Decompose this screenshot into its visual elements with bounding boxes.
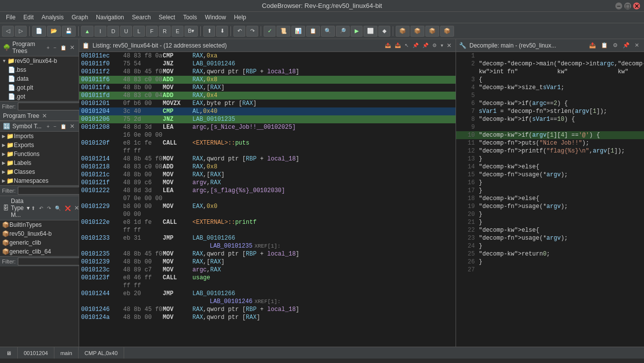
program-tree-data[interactable]: 📄 .data [6,74,79,83]
tb-script[interactable]: 📜 [276,26,290,37]
listing-content[interactable]: 001011ec48 83 f8 0aCMPRAX,0xa001011f075 … [79,52,456,347]
listing-line-25[interactable]: 0010123548 8b 45 f0MOVRAX,qword ptr [RBP… [79,250,456,258]
listing-line-1[interactable]: 001011f075 54JNZLAB_00101246 [79,60,456,68]
program-tree-got-plt[interactable]: 📄 .got.plt [6,83,79,92]
listing-line-15[interactable]: 0010121c48 8b 00MOVRAX,[RAX] [79,171,456,179]
tb-debug[interactable]: ⬜ [364,26,377,37]
decompile-line-25[interactable]: 26} [456,258,644,266]
tb-deref[interactable]: D [107,26,119,37]
listing-line-27[interactable]: 0010123c48 89 c7MOVargc,RAX [79,266,456,274]
dtype-builtin[interactable]: 📦 BuiltInTypes [0,220,79,229]
listing-line-29[interactable]: 00000000ff ff [79,282,456,290]
listing-line-0[interactable]: 001011ec48 83 f8 0aCMPRAX,0xa [79,52,456,60]
listing-import[interactable]: 📥 [393,42,402,49]
listing-line-18[interactable]: 0000000007 0e 00 00 [79,195,456,203]
tb-search2[interactable]: 🔍 [321,26,335,37]
decompile-line-24[interactable]: 25 "decomp-kw">return 0; [456,250,644,258]
tb-export[interactable]: ⬇ [216,26,228,37]
tb-open[interactable]: 📂 [47,26,61,37]
tb-mem1[interactable]: 📦 [396,26,410,37]
program-trees-add[interactable]: + [45,44,51,51]
decomp-pin[interactable]: 📌 [621,42,632,49]
decompile-line-13[interactable]: 14 "decomp-kw">else { [456,163,644,171]
menu-tools[interactable]: Tools [179,13,201,22]
listing-export[interactable]: 📤 [383,42,392,49]
listing-line-8[interactable]: 0010120675 2dJNZLAB_00101235 [79,115,456,123]
menu-select[interactable]: Select [155,13,179,22]
sym-labels[interactable]: ▶ 📁 Labels [0,158,79,167]
listing-cursor[interactable]: ↖ [403,42,410,49]
menu-navigation[interactable]: Navigation [92,13,128,22]
tb-patch[interactable]: ✓ [264,26,276,37]
tb-repeat[interactable]: R [159,26,171,37]
decomp-copy[interactable]: 📋 [599,42,610,49]
dtype-btn1[interactable]: ⬆ [30,205,37,211]
program-trees-close[interactable]: ✕ [69,44,76,51]
listing-line-22[interactable]: 00000000ff ff [79,226,456,234]
sym-exports[interactable]: ▶ 📁 Exports [0,141,79,150]
menu-analysis[interactable]: Analysis [38,13,68,22]
decompile-line-15[interactable]: 16 } [456,179,644,187]
listing-line-32[interactable]: 0010124648 8b 45 f0MOVRAX,qword ptr [RBP… [79,306,456,313]
listing-close[interactable]: ✕ [446,42,453,49]
sym-copy[interactable]: 📋 [59,123,68,130]
tb-forward[interactable]: ▷ [15,26,27,37]
listing-line-2[interactable]: 001011f248 8b 45 f0MOVRAX,qword ptr [RBP… [79,68,456,76]
program-tree-tab-label[interactable]: Program Tree [3,112,39,119]
listing-line-31[interactable]: LAB_00101246XREF[1]: [79,298,456,306]
tb-undo[interactable]: ▲ [81,26,93,37]
menu-help[interactable]: Help [230,13,250,22]
listing-dropdown[interactable]: ▾ [439,42,445,49]
listing-line-33[interactable]: 0010124a48 8b 00MOVRAX,qword ptr [RAX] [79,313,456,321]
listing-settings[interactable]: ⚙ [431,42,438,49]
program-tree-got[interactable]: 📄 .got [6,92,79,101]
listing-pin2[interactable]: 📌 [421,42,430,49]
listing-line-11[interactable]: 0010120fe8 1c feCALL<EXTERNAL>::puts [79,139,456,147]
decomp-close[interactable]: ✕ [633,42,641,49]
decompile-line-16[interactable]: 17 } [456,187,644,195]
listing-line-26[interactable]: 0010123948 8b 00MOVRAX,[RAX] [79,258,456,266]
listing-line-28[interactable]: 0010123fe8 46 ffCALLusage [79,274,456,282]
dtype-btn2[interactable]: ↶ [38,205,45,211]
decompile-line-4[interactable]: 5 [456,92,644,100]
tb-func[interactable]: F [146,26,158,37]
tb-save[interactable]: 💾 [62,26,76,37]
listing-line-7[interactable]: 001012043c 40CMPAL,0x40 [79,107,456,115]
sym-plus[interactable]: + [45,123,51,130]
listing-line-13[interactable]: 0010121448 8b 45 f0MOVRAX,qword ptr [RBP… [79,155,456,163]
program-tree-item-root[interactable]: ▼ 📁 rev50_linux64-b [0,56,79,65]
decompile-line-3[interactable]: 4 "decomp-kw">size_t sVar1; [456,84,644,92]
decompile-line-14[interactable]: 15 "decomp-fn">usage(*argv); [456,171,644,179]
sym-classes[interactable]: ▶ 📁 Classes [0,167,79,176]
decompile-line-11[interactable]: 12 "decomp-fn">printf("flag{%s}\n",argv[… [456,147,644,155]
listing-line-9[interactable]: 0010120848 8d 3dLEAargc,[s_Nice_Job!!__0… [79,123,456,131]
decompile-line-8[interactable]: 9 [456,123,644,131]
decompile-line-20[interactable]: 21 } [456,218,644,226]
decompile-line-22[interactable]: 23 "decomp-fn">usage(*argv); [456,234,644,242]
listing-pin[interactable]: 📌 [411,42,420,49]
decompile-content[interactable]: 12"decomp-kw">int "decomp-fn">main("deco… [456,52,644,347]
program-trees-minus[interactable]: − [52,44,58,51]
menu-search[interactable]: Search [128,13,155,22]
listing-line-23[interactable]: 00101233eb 31JMPLAB_00101266 [79,234,456,242]
program-trees-copy[interactable]: 📋 [59,44,68,51]
tb-run[interactable]: ▶ [351,26,363,37]
tb-equ[interactable]: E [172,26,184,37]
decompile-line-5[interactable]: 6 "decomp-kw">if (argc == 2) { [456,100,644,107]
decompile-line-0[interactable]: 1 [456,52,644,60]
tb-diamond[interactable]: ◆ [378,26,390,37]
menu-file[interactable]: File [2,13,19,22]
decompile-line-12[interactable]: 13 } [456,155,644,163]
listing-line-12[interactable]: 00000000ff ff [79,147,456,155]
listing-line-16[interactable]: 0010121f48 89 c6MOVargv,RAX [79,179,456,187]
sym-functions[interactable]: ▶ 📁 Functions [0,150,79,158]
listing-line-20[interactable]: 0000000000 00 [79,210,456,218]
dtype-generic-clib64[interactable]: 📦 generic_clib_64 [0,247,79,256]
decompile-line-26[interactable]: 27 [456,266,644,274]
listing-line-6[interactable]: 001012010f b6 00MOVZXEAX,byte ptr [RAX] [79,100,456,107]
menu-window[interactable]: Window [201,13,230,22]
decompile-line-21[interactable]: 22 "decomp-kw">else { [456,226,644,234]
program-tree-bss[interactable]: 📄 .bss [6,65,79,74]
tb-back[interactable]: ◁ [2,26,14,37]
listing-line-10[interactable]: 0000000016 0e 00 00 [79,131,456,139]
